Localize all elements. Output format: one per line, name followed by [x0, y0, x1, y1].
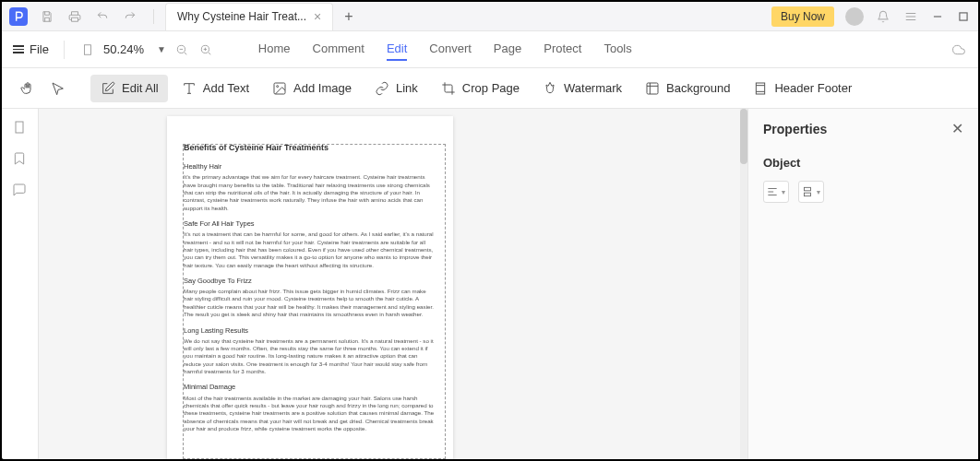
- add-text-button[interactable]: Add Text: [172, 75, 258, 102]
- align-button[interactable]: ▼: [763, 181, 789, 203]
- hamburger-icon: [13, 45, 24, 53]
- file-label: File: [30, 42, 49, 56]
- sidebar: [2, 109, 39, 459]
- document-canvas[interactable]: Benefits of Cysteine Hair Treatments Hea…: [39, 109, 747, 459]
- add-tab-icon[interactable]: +: [344, 8, 353, 25]
- svg-rect-10: [804, 193, 810, 196]
- svg-rect-6: [647, 83, 658, 94]
- menubar: File 50.24% ▼ HomeCommentEditConvertPage…: [2, 31, 978, 68]
- tab-title: Why Cysteine Hair Treat...: [177, 10, 306, 23]
- scrollbar[interactable]: [740, 109, 747, 459]
- crop-page-button[interactable]: Crop Page: [431, 75, 529, 102]
- zoom-dropdown-icon[interactable]: ▼: [157, 44, 166, 54]
- header-footer-button[interactable]: Header Footer: [743, 75, 861, 102]
- background-button[interactable]: Background: [635, 75, 739, 102]
- edit-all-button[interactable]: Edit All: [90, 75, 168, 102]
- thumbnails-icon[interactable]: [12, 120, 29, 136]
- tab-home[interactable]: Home: [258, 38, 291, 61]
- scrollbar-thumb[interactable]: [740, 109, 747, 164]
- link-button[interactable]: Link: [365, 75, 427, 102]
- bookmark-icon[interactable]: [12, 151, 29, 168]
- redo-icon[interactable]: [122, 8, 138, 25]
- undo-icon[interactable]: [94, 8, 111, 25]
- properties-title: Properties: [763, 122, 827, 136]
- titlebar: Why Cysteine Hair Treat... × + Buy Now: [2, 2, 978, 31]
- save-icon[interactable]: [39, 8, 55, 25]
- selection-outline: [183, 144, 446, 459]
- print-icon[interactable]: [66, 8, 83, 25]
- minimize-icon[interactable]: [930, 9, 945, 24]
- svg-rect-9: [804, 187, 810, 191]
- tab-tools[interactable]: Tools: [604, 38, 631, 61]
- properties-panel: Properties ✕ Object ▼ ▼: [747, 109, 978, 459]
- watermark-button[interactable]: Watermark: [532, 75, 631, 102]
- pdf-page[interactable]: Benefits of Cysteine Hair Treatments Hea…: [167, 116, 453, 459]
- maximize-icon[interactable]: [956, 9, 971, 24]
- add-image-button[interactable]: Add Image: [262, 75, 361, 102]
- buy-now-button[interactable]: Buy Now: [771, 6, 834, 27]
- close-properties-icon[interactable]: ✕: [951, 120, 963, 137]
- zoom-in-icon[interactable]: [197, 41, 214, 58]
- distribute-button[interactable]: ▼: [798, 181, 824, 203]
- properties-subtitle: Object: [763, 156, 963, 170]
- tab-edit[interactable]: Edit: [387, 38, 407, 61]
- menu-icon[interactable]: [902, 8, 919, 25]
- svg-rect-1: [84, 44, 90, 54]
- page-view-icon[interactable]: [79, 41, 96, 58]
- svg-rect-7: [757, 83, 765, 94]
- svg-rect-0: [960, 12, 967, 19]
- bell-icon[interactable]: [875, 8, 891, 25]
- zoom-value[interactable]: 50.24%: [103, 42, 149, 56]
- profile-avatar[interactable]: [845, 7, 864, 26]
- comment-icon[interactable]: [12, 183, 29, 199]
- zoom-out-icon[interactable]: [173, 41, 190, 58]
- hand-tool[interactable]: [13, 75, 41, 102]
- app-logo[interactable]: [9, 7, 28, 26]
- cloud-sync-icon[interactable]: [950, 41, 967, 58]
- edit-toolbar: Edit All Add Text Add Image Link Crop Pa…: [2, 68, 978, 109]
- tab-page[interactable]: Page: [494, 38, 521, 61]
- svg-rect-8: [16, 122, 23, 133]
- tab-comment[interactable]: Comment: [313, 38, 365, 61]
- file-menu[interactable]: File: [13, 42, 49, 56]
- tab-convert[interactable]: Convert: [429, 38, 472, 61]
- select-tool[interactable]: [44, 75, 72, 102]
- close-tab-icon[interactable]: ×: [314, 9, 321, 24]
- svg-point-5: [277, 85, 279, 87]
- document-tab[interactable]: Why Cysteine Hair Treat... ×: [165, 3, 333, 30]
- tab-protect[interactable]: Protect: [544, 38, 581, 61]
